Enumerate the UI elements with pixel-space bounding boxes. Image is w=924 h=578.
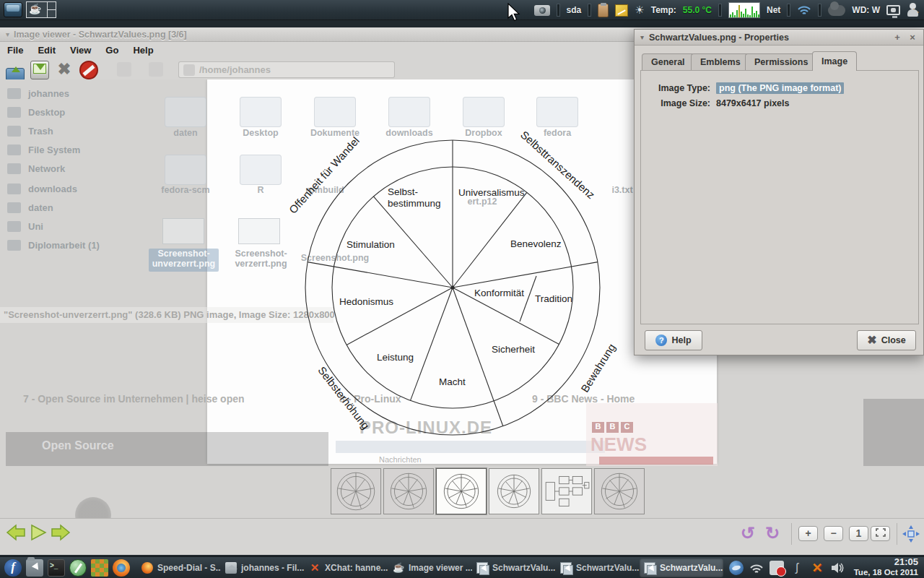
thumbnail-6[interactable] bbox=[594, 468, 645, 514]
task-button-speed-dial[interactable]: Speed-Dial - S... bbox=[137, 558, 221, 577]
ghost-sidebar-item: Diplomarbeit (1) bbox=[7, 240, 100, 251]
terminal-launcher-icon[interactable]: >_ bbox=[48, 559, 65, 577]
properties-dialog: ▾ SchwartzValues.png - Properties + × Ge… bbox=[634, 29, 924, 355]
file-copy-icon bbox=[476, 562, 488, 574]
wheel-label-konformitaet: Konformität bbox=[474, 288, 524, 298]
save-button[interactable] bbox=[30, 61, 49, 79]
close-button[interactable]: ✖ Close bbox=[857, 330, 916, 350]
task-button-schwartz-3-active[interactable]: SchwartzValu... bbox=[640, 558, 723, 577]
close-image-button[interactable]: ✖ bbox=[55, 61, 74, 79]
task-button-xchat[interactable]: ✕XChat: hanne... bbox=[305, 558, 388, 577]
rotate-cw-button[interactable]: ↻ bbox=[765, 523, 780, 543]
ghost-screenshot-thumb bbox=[162, 218, 204, 244]
thumbnail-strip bbox=[0, 466, 924, 518]
pen-tray-icon[interactable]: ʃ bbox=[790, 561, 804, 575]
menu-go[interactable]: Go bbox=[98, 45, 126, 56]
delete-stop-button[interactable] bbox=[79, 61, 98, 79]
show-desktop-icon[interactable] bbox=[4, 2, 22, 17]
thumbnail-4[interactable] bbox=[489, 468, 539, 514]
tab-permissions[interactable]: Permissions bbox=[745, 53, 817, 70]
lock-screen-icon[interactable] bbox=[886, 5, 900, 15]
ghost-sidebar-item: Network bbox=[7, 163, 65, 174]
temp-value: 55.0 °C bbox=[683, 5, 712, 15]
notification-tray-icon[interactable] bbox=[770, 561, 784, 575]
image-type-label: Image Type: bbox=[641, 83, 710, 93]
thumbnail-5[interactable] bbox=[541, 468, 592, 514]
weather-cloud-icon[interactable] bbox=[828, 5, 845, 16]
wifi-icon[interactable] bbox=[797, 4, 811, 16]
firefox-launcher-icon[interactable] bbox=[113, 559, 130, 577]
wheel-label-selbstbestimmung: Selbst- bbox=[388, 186, 418, 197]
help-button[interactable]: ? Help bbox=[645, 330, 702, 350]
gimp-pattern-launcher-icon[interactable] bbox=[91, 559, 108, 577]
menu-help[interactable]: Help bbox=[126, 45, 160, 56]
thumbnail-3-selected[interactable] bbox=[436, 468, 487, 514]
dialog-stick-button[interactable]: + bbox=[892, 32, 902, 43]
close-button-label: Close bbox=[881, 335, 906, 345]
notes-icon[interactable] bbox=[615, 4, 628, 17]
pan-tool-button[interactable] bbox=[902, 525, 920, 543]
tab-general[interactable]: General bbox=[642, 53, 694, 70]
dialog-shade-icon[interactable]: ▾ bbox=[640, 33, 644, 41]
logout-icon[interactable] bbox=[907, 3, 920, 17]
fedora-menu-icon[interactable]: f bbox=[4, 559, 22, 577]
pager-divider2 bbox=[47, 9, 56, 10]
thunderbird-tray-icon[interactable] bbox=[729, 561, 744, 575]
ghost-sidebar-item: Trash bbox=[7, 126, 53, 137]
tray-slider2 bbox=[588, 4, 591, 17]
task-button-file-manager[interactable]: johannes - Fil... bbox=[221, 558, 305, 577]
tray-slider3 bbox=[718, 4, 722, 17]
image-size-label: Image Size: bbox=[641, 98, 710, 108]
ghost-sidebar-item: downloads bbox=[7, 184, 77, 194]
browser-launcher-icon[interactable] bbox=[69, 559, 87, 577]
file-manager-launcher-icon[interactable] bbox=[26, 559, 43, 577]
wheel-label-tradition: Tradition bbox=[535, 293, 572, 304]
wifi-tray-icon[interactable] bbox=[749, 561, 764, 575]
zoom-out-button[interactable]: − bbox=[824, 526, 843, 541]
temp-label: Temp: bbox=[651, 5, 676, 15]
xchat-tray-icon[interactable]: ✕ bbox=[810, 561, 824, 575]
rotate-ccw-button[interactable]: ↺ bbox=[741, 523, 755, 543]
task-button-schwartz-1[interactable]: SchwartzValu... bbox=[472, 558, 556, 577]
clipboard-icon[interactable] bbox=[598, 4, 609, 17]
thumbnail-2[interactable] bbox=[383, 468, 434, 514]
zoom-in-button[interactable]: + bbox=[798, 526, 818, 541]
tab-emblems[interactable]: Emblems bbox=[691, 53, 750, 70]
taskbar-tray: ʃ ✕ bbox=[729, 561, 845, 575]
panel-tray: sda ☀ Temp: 55.0 °C Net WD: W bbox=[534, 0, 920, 20]
dialog-titlebar[interactable]: ▾ SchwartzValues.png - Properties + × bbox=[635, 30, 923, 46]
ghost-sidebar-item: Desktop bbox=[7, 107, 65, 118]
slideshow-play-button[interactable] bbox=[29, 524, 48, 541]
workspace-pager[interactable]: ☕ bbox=[26, 1, 56, 18]
wheel-label-benevolenz: Benevolenz bbox=[510, 238, 562, 249]
ghost-open-source: Open Source bbox=[42, 439, 114, 452]
image-type-row: Image Type: png (The PNG image format) bbox=[641, 82, 844, 94]
task-button-schwartz-2[interactable]: SchwartzValu... bbox=[556, 558, 640, 577]
menu-view[interactable]: View bbox=[63, 45, 98, 56]
close-icon: ✖ bbox=[867, 335, 876, 346]
zoom-100-button[interactable]: 1 bbox=[849, 526, 868, 541]
image-type-value[interactable]: png (The PNG image format) bbox=[716, 82, 844, 94]
ghost-sidebar-item: Uni bbox=[7, 221, 43, 232]
previous-image-button[interactable] bbox=[6, 524, 26, 541]
controls-separator2 bbox=[897, 523, 897, 545]
brightness-sun-icon[interactable]: ☀ bbox=[635, 4, 644, 17]
zoom-fit-button[interactable] bbox=[871, 526, 890, 541]
menu-file[interactable]: File bbox=[0, 45, 30, 56]
pager-window-cup-icon: ☕ bbox=[29, 3, 41, 14]
task-button-image-viewer[interactable]: ☕Image viewer ... bbox=[388, 558, 472, 577]
volume-tray-icon[interactable] bbox=[830, 561, 845, 575]
tray-slider4 bbox=[787, 4, 790, 17]
ghost-folder-label: daten bbox=[173, 128, 197, 138]
clock-date: Tue, 18 Oct 2011 bbox=[854, 568, 918, 577]
tab-image[interactable]: Image bbox=[812, 51, 857, 71]
dialog-close-button[interactable]: × bbox=[907, 32, 918, 43]
ghost-refresh-icon bbox=[117, 62, 131, 77]
menu-edit[interactable]: Edit bbox=[30, 45, 63, 56]
weather-wd-label: WD: W bbox=[852, 5, 880, 15]
window-shade-icon[interactable]: ▾ bbox=[6, 30, 9, 38]
clock[interactable]: 21:05 Tue, 18 Oct 2011 bbox=[854, 557, 918, 577]
screenshot-camera-icon[interactable] bbox=[534, 5, 550, 16]
thumbnail-1[interactable] bbox=[331, 468, 381, 514]
next-image-button[interactable] bbox=[51, 524, 71, 541]
